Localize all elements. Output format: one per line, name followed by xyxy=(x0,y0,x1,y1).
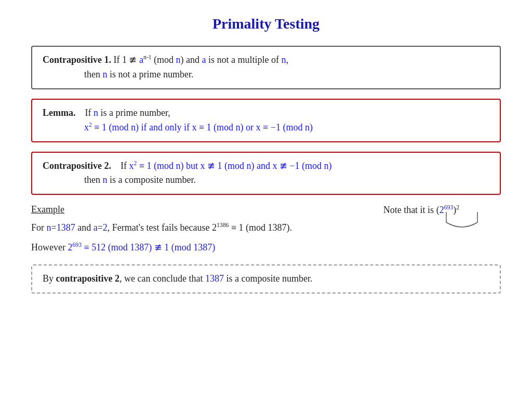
conclusion-bold: contrapositive 2 xyxy=(56,273,119,284)
example-section: Example Note that it is (2693)2 For n=13… xyxy=(31,204,501,255)
example-header-row: Example Note that it is (2693)2 xyxy=(31,204,501,216)
contrapositive2-box: Contrapositive 2. If x2 ≡ 1 (mod n) but … xyxy=(31,152,501,195)
c1-a2: a xyxy=(202,55,206,65)
contrapositive1-text: Contrapositive 1. If 1 ≢ an-1 (mod n) an… xyxy=(43,53,489,82)
c2-expr: x2 ≡ 1 (mod n) but x ≢ 1 (mod n) and x ≢… xyxy=(129,161,332,171)
note-text: Note that it is (2693)2 xyxy=(383,204,501,216)
lemma-n: n xyxy=(94,108,98,118)
contrapositive2-text: Contrapositive 2. If x2 ≡ 1 (mod n) but … xyxy=(43,159,489,188)
contrapositive1-label: Contrapositive 1. xyxy=(43,55,111,65)
lemma-text: Lemma. If n is a prime number, x2 ≡ 1 (m… xyxy=(43,106,489,135)
conclusion-text: By contrapositive 2, we can conclude tha… xyxy=(43,272,489,286)
c1-n1: n xyxy=(176,55,181,65)
lemma-label: Lemma. xyxy=(43,108,75,118)
c1-a: a xyxy=(139,55,143,65)
contrapositive2-label: Contrapositive 2. xyxy=(43,161,111,171)
conclusion-n: 1387 xyxy=(205,273,224,284)
conclusion-box: By contrapositive 2, we can conclude tha… xyxy=(31,264,501,294)
c1-n2: n xyxy=(282,55,286,65)
page-title: Primality Testing xyxy=(31,16,501,32)
lemma-x2: x2 ≡ 1 (mod n) if and only if x ≡ 1 (mod… xyxy=(84,122,313,132)
c1-n3: n xyxy=(103,69,108,79)
example-label: Example xyxy=(31,204,64,215)
example-line2: However 2693 ≡ 512 (mod 1387) ≢ 1 (mod 1… xyxy=(31,241,501,255)
example-line1: For n=1387 and a=2, Fermat's test fails … xyxy=(31,221,501,235)
c2-n: n xyxy=(103,175,108,185)
lemma-box: Lemma. If n is a prime number, x2 ≡ 1 (m… xyxy=(31,99,501,142)
brace-annotation xyxy=(438,212,485,235)
contrapositive1-box: Contrapositive 1. If 1 ≢ an-1 (mod n) an… xyxy=(31,46,501,89)
